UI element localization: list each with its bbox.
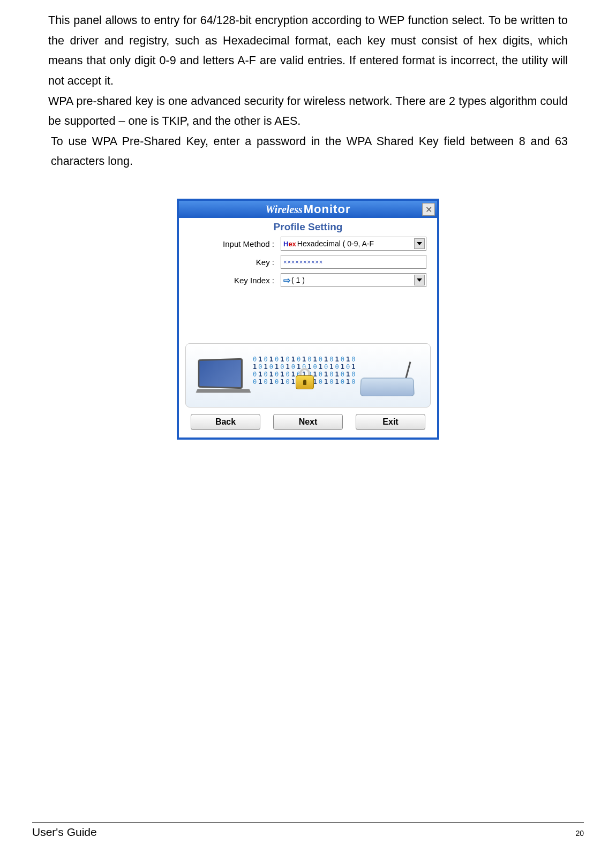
dialog-body: Profile Setting Input Method : Hex Hexad… bbox=[179, 218, 437, 437]
footer-title: User's Guide bbox=[32, 826, 97, 839]
title-monitor: Monitor bbox=[304, 202, 351, 216]
router-icon bbox=[360, 367, 419, 396]
chevron-down-icon[interactable] bbox=[414, 238, 425, 249]
hex-ex: ex bbox=[288, 240, 296, 248]
paragraph-wep: This panel allows to entry for 64/128-bi… bbox=[48, 11, 568, 92]
laptop-icon bbox=[197, 359, 256, 399]
key-index-select[interactable]: ⇨ ( 1 ) bbox=[281, 273, 426, 287]
exit-button[interactable]: Exit bbox=[356, 414, 425, 430]
hex-h: H bbox=[283, 240, 288, 248]
close-button[interactable]: ✕ bbox=[422, 203, 435, 216]
next-button[interactable]: Next bbox=[273, 414, 343, 430]
lock-icon bbox=[296, 368, 314, 389]
input-method-select[interactable]: Hex Hexadecimal ( 0-9, A-F bbox=[281, 237, 426, 251]
back-button[interactable]: Back bbox=[191, 414, 260, 430]
close-icon: ✕ bbox=[425, 205, 432, 215]
titlebar-text: Wireless Monitor bbox=[266, 202, 351, 216]
dialog-subtitle: Profile Setting bbox=[274, 221, 343, 232]
titlebar: Wireless Monitor ✕ bbox=[179, 201, 437, 218]
page-number: 20 bbox=[575, 829, 584, 838]
key-input[interactable]: ×××××××××× bbox=[281, 255, 426, 269]
title-wireless: Wireless bbox=[266, 203, 303, 216]
input-method-value: Hexadecimal ( 0-9, A-F bbox=[297, 239, 374, 248]
chevron-down-icon[interactable] bbox=[414, 275, 425, 285]
key-index-value: ( 1 ) bbox=[291, 276, 305, 284]
label-key: Key : bbox=[190, 258, 281, 267]
arrow-right-icon: ⇨ bbox=[283, 275, 290, 285]
paragraph-wpa: WPA pre-shared key is one advanced secur… bbox=[48, 92, 568, 132]
paragraph-wpa-psk: To use WPA Pre-Shared Key, enter a passw… bbox=[48, 132, 568, 172]
wireless-monitor-dialog: Wireless Monitor ✕ Profile Setting Input… bbox=[177, 199, 439, 440]
label-key-index: Key Index : bbox=[190, 276, 281, 285]
page-footer: User's Guide 20 bbox=[32, 822, 584, 839]
label-input-method: Input Method : bbox=[190, 239, 281, 248]
key-value: ×××××××××× bbox=[283, 259, 323, 265]
illustration: 0101010101010101010 1010101010101010101 … bbox=[185, 343, 431, 408]
